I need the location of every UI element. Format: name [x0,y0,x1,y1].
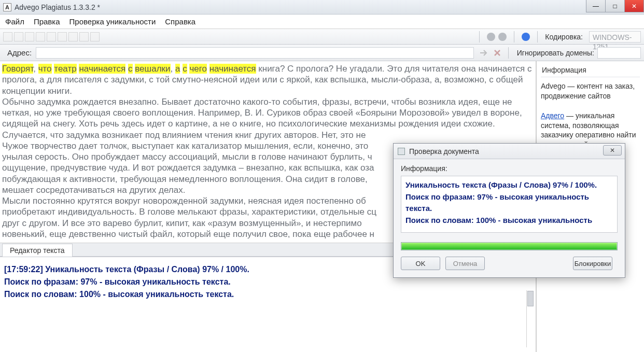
dialog-buttons: OK Отмена Блокировки [394,250,625,277]
separator [508,47,509,59]
window-title: Advego Plagiatus 1.3.3.2 * [15,3,100,11]
go-arrow-icon[interactable] [479,48,489,58]
clear-icon[interactable] [492,48,502,58]
check-dialog: Проверка документа ✕ Информация: Уникаль… [393,143,625,278]
menu-bar: Файл Правка Проверка уникальности Справк… [0,15,644,29]
paragraph-text: унылая серость. Оно пробуждает массу асс… [2,152,372,162]
ok-button[interactable]: OK [401,257,440,270]
paragraph-text: мешает сосредотачиваться на других делах… [2,185,185,195]
menu-help[interactable]: Справка [165,17,195,26]
paragraph-text: побуждающая к активности, требующая неме… [2,174,368,184]
window-titlebar: A Advego Plagiatus 1.3.3.2 * — □ ✕ [0,0,644,15]
paragraph-text: Обычно задумка рождается внезапно. Бывае… [2,97,522,129]
new-file-icon[interactable] [3,32,12,41]
ignore-domains-input[interactable] [597,47,641,59]
copy-icon[interactable] [47,32,56,41]
separator [537,31,538,43]
highlighted-word: чего [189,64,207,74]
highlighted-word: начинается [79,64,125,74]
dialog-progress-bar [401,242,618,250]
refresh-icon[interactable] [79,32,89,41]
ignore-domains-label: Игнорировать домены: [517,49,594,57]
check-icon[interactable] [68,32,78,41]
dialog-info-line: Поиск по фразам: 97% - высокая уникально… [405,191,613,215]
paragraph-text: ощущение, предчувствие чуда. И вот рожда… [2,163,374,173]
paragraph-text: друг с другом. И все это варево бурлит, … [2,218,362,228]
highlighted-word: вешалки [135,64,170,74]
dialog-info-box: Уникальность текста (Фразы / Слова) 97% … [401,176,618,233]
dialog-info-label: Информация: [401,164,618,173]
log-line: Поиск по словам: 100% - высокая уникальн… [4,288,531,301]
highlighted-word: начинается [209,64,256,74]
paragraph-text: Чужое творчество дает толчок, выступает … [2,141,368,151]
tab-editor[interactable]: Редактор текста [2,244,73,257]
highlighted-word: с [128,64,133,74]
globe-icon[interactable] [90,32,100,41]
address-label: Адрес: [3,48,36,57]
highlighted-word: а [175,64,180,74]
blocks-button[interactable]: Блокировки [573,257,612,270]
maximize-button[interactable]: □ [605,0,625,12]
save-icon[interactable] [36,32,45,41]
lock-icon[interactable] [498,33,507,41]
dialog-close-button[interactable]: ✕ [603,145,622,156]
html-icon[interactable] [14,32,23,41]
encoding-select[interactable]: WINDOWS-1251 [589,31,641,43]
encoding-label: Кодировка: [545,33,583,41]
separator [514,31,514,43]
paste-icon[interactable] [58,32,67,41]
paragraph-text: новенький, еще девственно чистый файл, к… [2,229,374,239]
help-icon[interactable] [522,33,530,41]
highlighted-word: что [38,64,52,74]
menu-file[interactable]: Файл [5,17,24,26]
paragraph-text: приобретают индивидуальность. В голове м… [2,207,376,217]
address-bar: Адрес: Игнорировать домены: [0,45,644,61]
highlighted-word: театр [54,64,76,74]
scroll-thumb[interactable] [527,291,534,306]
sidebar-heading: Информация [541,64,640,77]
separator [479,31,480,43]
highlighted-word: Говорят [2,64,33,74]
open-icon[interactable] [25,32,34,41]
dialog-icon [398,148,405,155]
cancel-button[interactable]: Отмена [445,257,485,270]
dialog-body: Информация: Уникальность текста (Фразы /… [394,159,625,236]
toolbar: Кодировка: WINDOWS-1251 [0,29,644,45]
address-input[interactable] [36,47,474,59]
window-controls: — □ ✕ [586,0,644,12]
toolbar-right-icons: Кодировка: WINDOWS-1251 [475,31,641,43]
dialog-titlebar: Проверка документа ✕ [394,144,625,159]
dialog-info-line: Уникальность текста (Фразы / Слова) 97% … [405,179,613,191]
paragraph-text: Случается, что задумка возникает под вли… [2,130,366,140]
toolbar-icons [3,32,100,41]
paragraph-text: Мысли постоянно крутятся вокруг новорожд… [2,196,366,206]
menu-check[interactable]: Проверка уникальности [69,17,156,26]
app-icon: A [3,3,11,11]
sidebar-link[interactable]: Адвего [541,111,564,120]
minimize-button[interactable]: — [586,0,606,12]
sidebar-tagline: Advego — контент на заказ, продвижение с… [541,81,640,101]
settings-icon[interactable] [487,33,495,41]
dialog-title: Проверка документа [409,147,479,156]
close-button[interactable]: ✕ [624,0,644,12]
highlighted-word: с [183,64,187,74]
dialog-info-line: Поиск по словам: 100% - высокая уникальн… [405,215,613,227]
log-scrollbar[interactable] [526,290,534,347]
menu-edit[interactable]: Правка [34,17,60,26]
